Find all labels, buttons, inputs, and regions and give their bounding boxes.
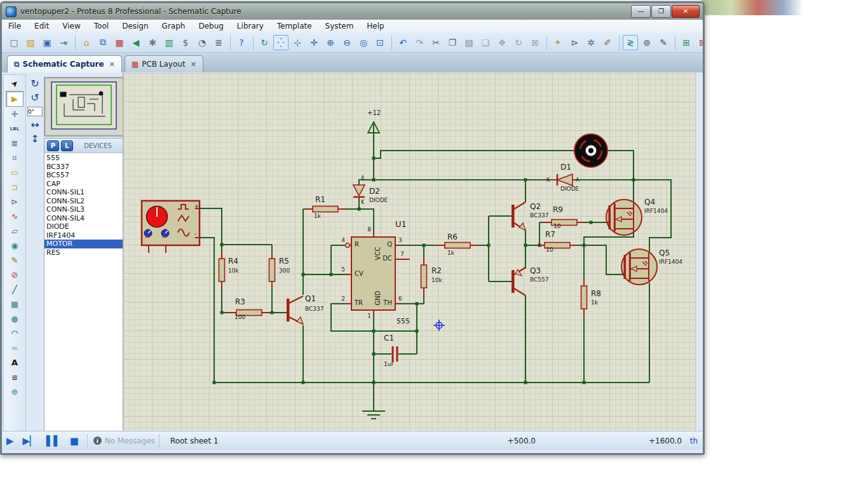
undo-button[interactable]: ↶	[395, 35, 410, 50]
generator-tool[interactable]: ◉	[6, 238, 23, 253]
menu-system[interactable]: System	[325, 22, 354, 30]
menu-design[interactable]: Design	[122, 22, 148, 30]
pause-button[interactable]: ▌▌	[46, 432, 61, 450]
schematic-capture-button[interactable]: ⧉	[95, 35, 111, 50]
device-item-conn-sil1[interactable]: CONN-SIL1	[44, 188, 123, 197]
line-tool[interactable]: ╱	[6, 282, 23, 297]
redraw-button[interactable]: ↻	[257, 35, 272, 50]
menu-help[interactable]: Help	[367, 22, 384, 30]
redo-button[interactable]: ↷	[412, 35, 427, 50]
device-item-diode[interactable]: DIODE	[44, 222, 123, 231]
mirror-horizontal-button[interactable]: ↔	[31, 118, 39, 132]
menu-graph[interactable]: Graph	[162, 22, 186, 30]
library-manager-button[interactable]: L	[61, 140, 73, 151]
graph-tool[interactable]: ∿	[6, 209, 23, 224]
rotate-clockwise-button[interactable]: ↻	[31, 77, 39, 91]
paste-button[interactable]: ▤	[461, 35, 477, 50]
configuration-button[interactable]: ✐	[600, 35, 615, 50]
tab-pcb-layout[interactable]: ▦PCB Layout✕	[125, 55, 203, 72]
menu-view[interactable]: View	[62, 22, 80, 30]
zoom-area-button[interactable]: ⊡	[372, 35, 388, 50]
rotation-angle-input[interactable]	[27, 107, 43, 116]
mirror-vertical-button[interactable]: ↕	[31, 132, 39, 146]
overview-minimap[interactable]	[44, 77, 125, 137]
property-assignment-button[interactable]: ✎	[656, 35, 671, 50]
restore-button[interactable]: ❐	[651, 5, 671, 18]
wire-label-tool[interactable]: LBL	[6, 121, 23, 136]
close-button[interactable]: ✕	[672, 5, 700, 18]
packaging-tool-button[interactable]: ✲	[583, 35, 599, 50]
box-tool[interactable]: ■	[6, 297, 23, 311]
copy-button[interactable]: ❐	[445, 35, 460, 50]
bus-tool[interactable]: ⌗	[6, 151, 23, 165]
design-explorer-button[interactable]: ▥	[161, 35, 177, 50]
arc-tool[interactable]: ◠	[6, 326, 23, 341]
zoom-out-button[interactable]: ⊖	[339, 35, 355, 50]
tab-schematic-capture-close-icon[interactable]: ✕	[109, 60, 115, 69]
device-item-bc337[interactable]: BC337	[44, 163, 123, 172]
menu-file[interactable]: File	[8, 22, 21, 30]
device-item-irf1404[interactable]: IRF1404	[44, 231, 123, 240]
minimize-button[interactable]: —	[631, 5, 651, 18]
device-item-bc557[interactable]: BC557	[44, 171, 123, 180]
path-tool[interactable]: ∞	[6, 341, 23, 355]
rotate-anticlockwise-button[interactable]: ↺	[31, 91, 39, 105]
tab-schematic-capture[interactable]: ⧉Schematic Capture✕	[7, 55, 122, 72]
device-item-res[interactable]: RES	[44, 248, 123, 257]
wire-autorouter-button[interactable]: ≷	[623, 35, 638, 50]
stop-button[interactable]: ■	[70, 432, 79, 450]
junction-dot-tool[interactable]: ✛	[6, 107, 23, 121]
circle-tool[interactable]: ●	[6, 311, 23, 326]
menu-edit[interactable]: Edit	[34, 22, 49, 30]
text-script-tool[interactable]: ≣	[6, 136, 23, 151]
device-item-555[interactable]: 555	[44, 154, 123, 163]
menu-debug[interactable]: Debug	[198, 22, 223, 30]
block-rotate-button[interactable]: ↻	[511, 35, 526, 50]
device-item-conn-sil3[interactable]: CONN-SIL3	[44, 205, 123, 214]
device-item-conn-sil4[interactable]: CONN-SIL4	[44, 214, 123, 223]
zoom-in-button[interactable]: ⊕	[323, 35, 338, 50]
zoom-all-button[interactable]: ◎	[356, 35, 371, 50]
tab-pcb-layout-close-icon[interactable]: ✕	[191, 60, 196, 69]
block-copy-button[interactable]: ❏	[478, 35, 493, 50]
remove-sheet-button[interactable]: ⊠	[695, 35, 705, 50]
current-probe-tool[interactable]: ⊘	[6, 268, 23, 282]
block-move-button[interactable]: ❖	[494, 35, 510, 50]
goto-component-button[interactable]: ⌖	[550, 35, 566, 50]
title-bar[interactable]: ventopuper2 - Proteus 8 Professional - S…	[2, 3, 703, 20]
text-tool[interactable]: A	[6, 355, 23, 370]
edit-component-button[interactable]: ⊳	[567, 35, 582, 50]
voltage-probe-tool[interactable]: ✎	[6, 253, 23, 268]
symbol-tool[interactable]: ⧈	[6, 370, 23, 384]
tape-recorder-tool[interactable]: ▱	[6, 224, 23, 238]
pcb-layout-button[interactable]: ▦	[112, 35, 127, 50]
new-file-button[interactable]: ▢	[6, 35, 22, 50]
step-button[interactable]: ▶▏	[23, 432, 37, 450]
menu-template[interactable]: Template	[277, 22, 312, 30]
device-item-conn-sil2[interactable]: CONN-SIL2	[44, 197, 123, 206]
device-pin-tool[interactable]: ⊳	[6, 194, 23, 209]
save-file-button[interactable]: ▣	[39, 35, 55, 50]
new-sheet-button[interactable]: ⊞	[679, 35, 694, 50]
help-button[interactable]: ?	[234, 35, 249, 50]
cut-button[interactable]: ✂	[428, 35, 444, 50]
search-and-tag-button[interactable]: ⊚	[639, 35, 654, 50]
grid-toggle-button[interactable]: ⁛	[273, 35, 288, 50]
device-item-cap[interactable]: CAP	[44, 180, 123, 189]
marker-tool[interactable]: ⊕	[6, 384, 23, 399]
device-item-motor[interactable]: MOTOR	[44, 240, 123, 248]
subcircuit-tool[interactable]: ▭	[6, 165, 23, 180]
pick-devices-button[interactable]: P	[47, 140, 59, 151]
bill-of-materials-button[interactable]: $	[178, 35, 193, 50]
origin-button[interactable]: ⊹	[290, 35, 305, 50]
schematic-canvas[interactable]: +12AKD2DIODER11kU155545237681RCVTRQDCTHV…	[123, 73, 696, 430]
3d-viewer-button[interactable]: ◀	[128, 35, 144, 50]
home-button[interactable]: ⌂	[79, 35, 94, 50]
open-file-button[interactable]: ▨	[23, 35, 38, 50]
block-delete-button[interactable]: ⊠	[527, 35, 543, 50]
gerber-viewer-button[interactable]: ✱	[145, 35, 160, 50]
import-button[interactable]: ⇥	[56, 35, 71, 50]
pan-button[interactable]: ✛	[306, 35, 322, 50]
terminal-tool[interactable]: ⊐	[6, 180, 23, 194]
play-button[interactable]: ▶	[6, 432, 14, 450]
